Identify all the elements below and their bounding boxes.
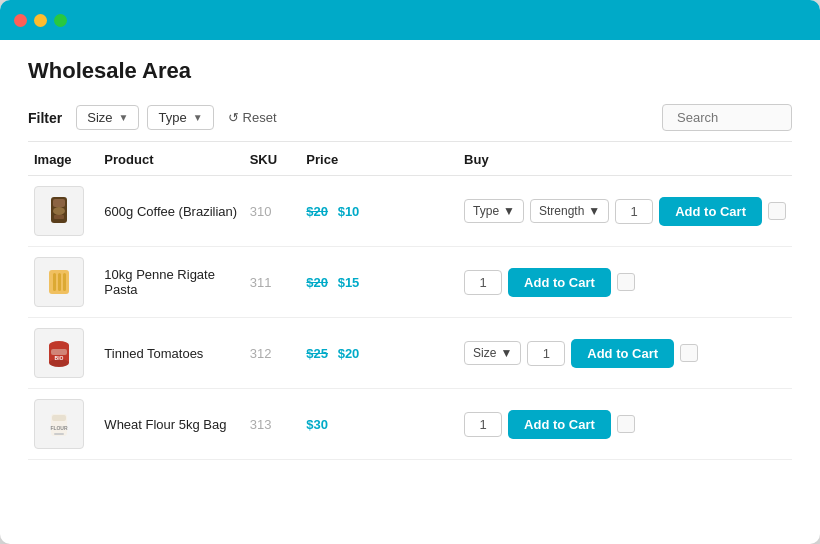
svg-text:BIO: BIO: [55, 355, 64, 361]
reset-label: Reset: [243, 110, 277, 125]
buy-cell: Size ▼ Add to Cart: [458, 318, 792, 389]
products-table: Image Product SKU Price Buy: [28, 142, 792, 460]
quantity-input[interactable]: [464, 412, 502, 437]
sku-value: 310: [250, 204, 272, 219]
buy-options: Add to Cart: [464, 268, 786, 297]
col-header-product: Product: [98, 142, 243, 176]
add-to-cart-button[interactable]: Add to Cart: [571, 339, 674, 368]
product-name: Tinned Tomatoes: [104, 346, 203, 361]
chevron-down-icon: ▼: [119, 112, 129, 123]
reset-icon: ↺: [228, 110, 239, 125]
sku-value: 311: [250, 275, 272, 290]
titlebar: [0, 0, 820, 40]
product-name-cell: 600g Coffee (Brazilian): [98, 176, 243, 247]
search-input-wrap: [662, 104, 792, 131]
page-content: Wholesale Area Filter Size ▼ Type ▼ ↺ Re…: [0, 40, 820, 544]
table-row: BIO Tinned Tomatoes 312 $25 $20: [28, 318, 792, 389]
price-old: $20: [306, 204, 328, 219]
buy-options: Add to Cart: [464, 410, 786, 439]
quantity-input[interactable]: [527, 341, 565, 366]
type-dropdown[interactable]: Type ▼: [464, 199, 524, 223]
product-image: FLOUR: [34, 399, 84, 449]
svg-rect-1: [53, 199, 65, 207]
product-image-cell: [28, 176, 98, 247]
price-old: $25: [306, 346, 328, 361]
dot-red[interactable]: [14, 14, 27, 27]
svg-rect-5: [53, 273, 56, 291]
app-window: Wholesale Area Filter Size ▼ Type ▼ ↺ Re…: [0, 0, 820, 544]
row-checkbox[interactable]: [617, 273, 635, 291]
product-name: Wheat Flour 5kg Bag: [104, 417, 226, 432]
svg-rect-3: [54, 215, 64, 219]
sku-cell: 313: [244, 389, 301, 460]
type-filter-label: Type: [158, 110, 186, 125]
products-table-wrap: Image Product SKU Price Buy: [28, 142, 792, 544]
sku-cell: 310: [244, 176, 301, 247]
svg-point-2: [53, 207, 65, 215]
chevron-down-icon: ▼: [503, 204, 515, 218]
dot-green[interactable]: [54, 14, 67, 27]
size-filter-dropdown[interactable]: Size ▼: [76, 105, 139, 130]
product-image-cell: FLOUR: [28, 389, 98, 460]
add-to-cart-button[interactable]: Add to Cart: [659, 197, 762, 226]
table-row: 600g Coffee (Brazilian) 310 $20 $10: [28, 176, 792, 247]
product-name-cell: Tinned Tomatoes: [98, 318, 243, 389]
add-to-cart-button[interactable]: Add to Cart: [508, 410, 611, 439]
strength-dropdown[interactable]: Strength ▼: [530, 199, 609, 223]
price-old: $20: [306, 275, 328, 290]
type-dropdown-label: Type: [473, 204, 499, 218]
table-row: 10kg Penne Rigate Pasta 311 $20 $15: [28, 247, 792, 318]
buy-cell: Add to Cart: [458, 247, 792, 318]
price-cell: $25 $20: [300, 318, 458, 389]
size-filter-label: Size: [87, 110, 112, 125]
chevron-down-icon: ▼: [193, 112, 203, 123]
col-header-image: Image: [28, 142, 98, 176]
size-dropdown-label: Size: [473, 346, 496, 360]
filter-label: Filter: [28, 110, 62, 126]
price-cell: $20 $10: [300, 176, 458, 247]
product-name: 10kg Penne Rigate Pasta: [104, 267, 215, 297]
product-image: BIO: [34, 328, 84, 378]
row-checkbox[interactable]: [768, 202, 786, 220]
product-name-cell: Wheat Flour 5kg Bag: [98, 389, 243, 460]
row-checkbox[interactable]: [617, 415, 635, 433]
dot-yellow[interactable]: [34, 14, 47, 27]
sku-cell: 311: [244, 247, 301, 318]
size-dropdown[interactable]: Size ▼: [464, 341, 521, 365]
type-filter-dropdown[interactable]: Type ▼: [147, 105, 213, 130]
sku-cell: 312: [244, 318, 301, 389]
reset-button[interactable]: ↺ Reset: [222, 106, 283, 129]
table-row: FLOUR Wheat Flour 5kg Bag 313: [28, 389, 792, 460]
price-new: $20: [338, 346, 360, 361]
buy-options: Type ▼ Strength ▼ Add to Cart: [464, 197, 786, 226]
search-input[interactable]: [662, 104, 792, 131]
quantity-input[interactable]: [464, 270, 502, 295]
col-header-price: Price: [300, 142, 458, 176]
filter-bar: Filter Size ▼ Type ▼ ↺ Reset: [28, 96, 792, 142]
buy-cell: Type ▼ Strength ▼ Add to Cart: [458, 176, 792, 247]
page-title: Wholesale Area: [28, 40, 792, 96]
price-new: $15: [338, 275, 360, 290]
buy-options: Size ▼ Add to Cart: [464, 339, 786, 368]
svg-rect-14: [52, 415, 66, 421]
product-name-cell: 10kg Penne Rigate Pasta: [98, 247, 243, 318]
svg-rect-7: [63, 273, 66, 291]
chevron-down-icon: ▼: [500, 346, 512, 360]
product-image-cell: [28, 247, 98, 318]
col-header-buy: Buy: [458, 142, 792, 176]
sku-value: 313: [250, 417, 272, 432]
pasta-icon: [41, 264, 77, 300]
product-name: 600g Coffee (Brazilian): [104, 204, 237, 219]
product-image: [34, 257, 84, 307]
strength-dropdown-label: Strength: [539, 204, 584, 218]
svg-text:FLOUR: FLOUR: [50, 425, 68, 431]
price-new: $10: [338, 204, 360, 219]
product-image-cell: BIO: [28, 318, 98, 389]
row-checkbox[interactable]: [680, 344, 698, 362]
buy-cell: Add to Cart: [458, 389, 792, 460]
add-to-cart-button[interactable]: Add to Cart: [508, 268, 611, 297]
tin-icon: BIO: [41, 335, 77, 371]
price-cell: $20 $15: [300, 247, 458, 318]
quantity-input[interactable]: [615, 199, 653, 224]
flour-icon: FLOUR: [41, 406, 77, 442]
